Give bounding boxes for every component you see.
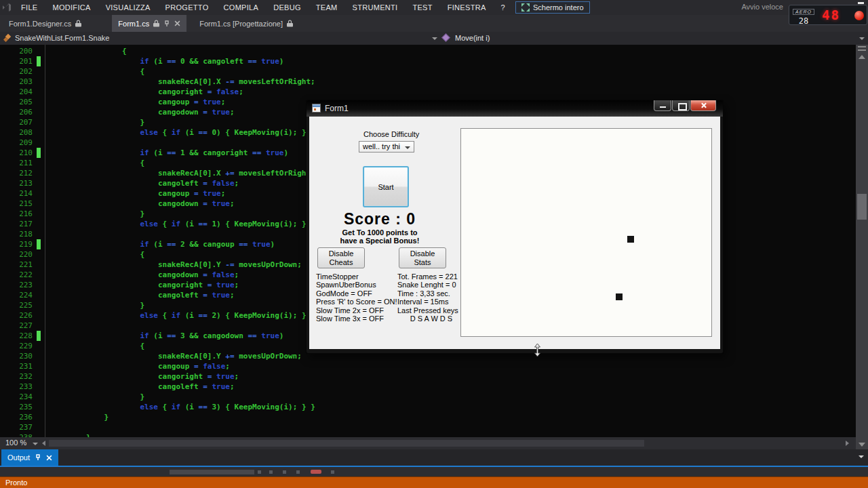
code-text: cangoleft = true;	[50, 382, 235, 392]
menu-item-visualizza[interactable]: VISUALIZZA	[98, 1, 158, 14]
menu-bar: FILEMODIFICAVISUALIZZAPROGETTOCOMPILADEB…	[0, 0, 868, 15]
stat-line: Snake Lenght = 0	[397, 281, 465, 289]
code-text: snakeRecA[0].X += movesLeftOrRight;	[50, 168, 315, 178]
menu-item-team[interactable]: TEAM	[309, 1, 345, 14]
menu-item-compila[interactable]: COMPILA	[216, 1, 267, 14]
code-text: }	[50, 392, 144, 402]
code-line: 238 }	[0, 432, 856, 437]
scroll-down-icon[interactable]	[859, 443, 865, 447]
strip-glyph	[331, 470, 334, 474]
document-tab-2[interactable]: Form1.cs	[112, 15, 186, 32]
document-tab-1[interactable]: Form1.Designer.cs	[3, 15, 87, 32]
disable-stats-button[interactable]: Disable Stats	[399, 247, 446, 268]
menu-items: FILEMODIFICAVISUALIZZAPROGETTOCOMPILADEB…	[14, 1, 513, 14]
zoom-level-select[interactable]: 100 %	[5, 439, 26, 447]
chevron-down-icon[interactable]	[33, 443, 38, 445]
menu-item-strumenti[interactable]: STRUMENTI	[345, 1, 406, 14]
chevron-down-icon[interactable]	[859, 37, 865, 40]
cheat-line: GodMode = OFF	[316, 289, 397, 298]
scroll-up-icon[interactable]	[859, 55, 865, 59]
start-button[interactable]: Start	[363, 166, 409, 207]
horizontal-scroll-thumb[interactable]	[49, 440, 644, 447]
window-controls	[653, 100, 716, 111]
tab-close-icon[interactable]	[174, 20, 180, 26]
code-text: cangodown = true;	[50, 199, 235, 209]
line-number: 221	[0, 260, 33, 270]
change-marker	[37, 239, 41, 249]
vertical-scroll-thumb[interactable]	[857, 194, 867, 220]
code-text: else { if (i == 0) { KeepMoving(i); } }	[50, 127, 315, 138]
menu-item-finestra[interactable]: FINESTRA	[440, 1, 494, 14]
strip-glyph	[269, 470, 273, 474]
strip-scroll-thumb[interactable]	[170, 470, 254, 474]
splitter-handle-icon[interactable]	[858, 46, 866, 51]
bonus-text-line2: have a Special Bonus!	[321, 237, 438, 245]
overlay-minimize-icon[interactable]	[858, 2, 864, 4]
cheat-line: Slow Time 3x = OFF	[316, 314, 397, 323]
menu-item-modifica[interactable]: MODIFICA	[45, 1, 98, 14]
pin-icon[interactable]	[163, 20, 170, 27]
line-number: 234	[0, 392, 33, 402]
line-number: 200	[0, 46, 33, 56]
code-text: else { if (i == 2) { KeepMoving(i); } }	[50, 310, 315, 321]
disable-cheats-button[interactable]: Disable Cheats	[317, 247, 365, 268]
tab-label: Form1.cs	[118, 20, 149, 28]
fullscreen-button[interactable]: Schermo intero	[515, 1, 590, 14]
tab-strip: Form1.Designer.csForm1.csForm1.cs [Proge…	[0, 15, 868, 32]
cheat-line: Press 'R' to Score = ON!	[316, 298, 397, 306]
aero-cell: AERO 28	[792, 4, 815, 26]
record-icon[interactable]	[854, 11, 864, 20]
minimize-button[interactable]	[654, 100, 671, 111]
score-block: Score : 0 Get To 1000 points to have a S…	[321, 210, 438, 245]
chevron-down-icon[interactable]	[859, 455, 864, 458]
change-marker	[37, 56, 41, 66]
cheat-line: TimeStopper	[316, 272, 397, 281]
breadcrumb-member[interactable]: Move(int i)	[455, 34, 490, 42]
change-marker	[37, 148, 41, 158]
code-text: }	[50, 300, 144, 310]
line-number: 229	[0, 341, 33, 351]
scroll-right-icon[interactable]	[846, 441, 849, 446]
aero-label: AERO	[793, 9, 814, 15]
line-number: 218	[0, 229, 33, 239]
quick-launch-box[interactable]: Avvio veloce	[741, 3, 783, 11]
code-text: }	[50, 432, 91, 437]
fps-recorder-overlay: AERO 28 48	[789, 5, 867, 25]
line-number: 235	[0, 402, 33, 412]
vs-ide-window: FILEMODIFICAVISUALIZZAPROGETTOCOMPILADEB…	[0, 0, 868, 488]
form1-window[interactable]: Form1 Choose Difficulty well.. try thi S…	[307, 100, 723, 353]
code-text: {	[50, 158, 144, 168]
menu-item-test[interactable]: TEST	[405, 1, 439, 14]
close-button[interactable]	[690, 100, 716, 111]
menu-item-help[interactable]: ?	[494, 1, 513, 14]
code-text: cangoright = true;	[50, 280, 239, 290]
line-number: 238	[0, 432, 33, 437]
editor-vertical-scrollbar[interactable]	[856, 45, 868, 449]
close-icon[interactable]	[46, 455, 52, 461]
code-text: cangoup = false;	[50, 361, 230, 371]
code-text: }	[50, 117, 144, 127]
code-text: else { if (i == 3) { KeepMoving(i); } }	[50, 402, 315, 412]
difficulty-dropdown[interactable]: well.. try thi	[359, 141, 414, 152]
breadcrumb-scope[interactable]: SnakeWithList.Form1.Snake	[15, 34, 109, 42]
output-tab[interactable]: Output	[1, 449, 58, 466]
form-title-bar[interactable]: Form1	[307, 100, 723, 117]
line-number: 211	[0, 158, 33, 168]
form-icon	[312, 104, 321, 113]
code-line: 232 cangoright = true;	[0, 371, 856, 382]
maximize-button[interactable]	[672, 100, 690, 111]
code-line: 202 {	[0, 66, 856, 77]
scroll-left-icon[interactable]	[42, 441, 45, 446]
game-square	[616, 293, 623, 300]
menu-item-file[interactable]: FILE	[14, 1, 45, 14]
code-line: 234 }	[0, 392, 856, 402]
line-number: 223	[0, 280, 33, 290]
menu-item-progetto[interactable]: PROGETTO	[158, 1, 216, 14]
pin-icon[interactable]	[35, 454, 41, 461]
menu-item-debug[interactable]: DEBUG	[266, 1, 309, 14]
chevron-down-icon[interactable]	[432, 37, 437, 40]
document-tab-3[interactable]: Form1.cs [Progettazione]	[193, 15, 299, 32]
stat-line: D S A W D S	[397, 314, 465, 323]
fullscreen-label: Schermo intero	[533, 3, 584, 12]
change-marker	[37, 331, 41, 341]
